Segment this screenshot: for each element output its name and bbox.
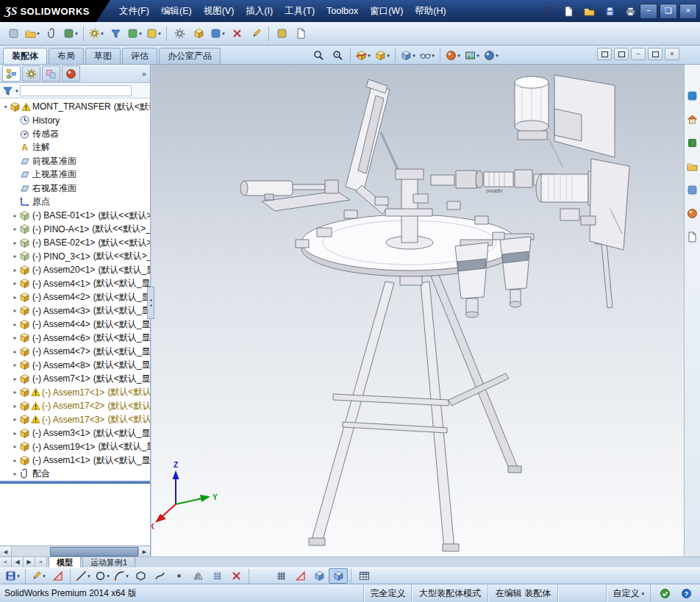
- panel-overflow-chevron[interactable]: »: [142, 69, 150, 78]
- graphics-viewport[interactable]: onado Z Y X: [151, 65, 684, 556]
- tree-item-assem4-3[interactable]: ▸(-) Assem4<3>(默认<默认_显示状态-1>): [0, 304, 150, 318]
- featuremanager-tab[interactable]: [2, 65, 21, 82]
- spline-icon[interactable]: [150, 568, 169, 584]
- tree-item-assem17-2[interactable]: ▸(-) Assem17<2>(默认<默认_显示状态-1>): [0, 399, 150, 413]
- tab-nav-button-3[interactable]: »: [35, 557, 47, 567]
- menu-file[interactable]: 文件(F): [113, 0, 155, 22]
- trim-entities-icon[interactable]: [226, 568, 246, 584]
- tree-item-assem4-7[interactable]: ▸(-) Assem4<7>(默认<默认_显示状态-1>): [0, 345, 150, 359]
- tree-split-bar[interactable]: [0, 481, 150, 484]
- expand-toggle-icon[interactable]: ▸: [11, 389, 19, 395]
- point-icon[interactable]: [169, 568, 188, 584]
- tab-nav-button-0[interactable]: «: [0, 557, 12, 567]
- selection-filter-icon[interactable]: [106, 24, 125, 43]
- tree-item-front-plane[interactable]: 前视基准面: [0, 154, 150, 168]
- dropdown-caret-icon[interactable]: ▾: [222, 31, 225, 36]
- tree-item-base-02[interactable]: ▸(-) BASE-02<1>(默认<<默认>_显示状态 1>): [0, 236, 150, 250]
- tree-item-assem4-1[interactable]: ▸(-) Assem4<1>(默认<默认_显示状态-1>): [0, 277, 150, 291]
- expand-toggle-icon[interactable]: ▸: [11, 307, 19, 314]
- mass-properties-icon[interactable]: [272, 24, 291, 43]
- tree-item-assem1-1[interactable]: ▸(-) Assem1<1>(默认<默认_显示状态-1>): [0, 454, 150, 467]
- tree-item-root[interactable]: ▾MONT_TRANSFER(默认<默认_显示状态-1>): [0, 100, 150, 114]
- doc-restore-button[interactable]: [648, 48, 662, 60]
- tree-item-pino-a[interactable]: ▸(-) PINO-A<1>(默认<<默认>_显示状态 1>): [0, 223, 150, 237]
- filter-input[interactable]: [20, 85, 132, 96]
- arc-icon[interactable]: ▾: [112, 568, 131, 584]
- tab-motion-study-1[interactable]: 运动算例1: [82, 556, 135, 567]
- dropdown-caret-icon[interactable]: ▾: [368, 53, 371, 58]
- expand-toggle-icon[interactable]: ▸: [11, 403, 19, 409]
- zoom-fit-icon[interactable]: [309, 46, 328, 65]
- filter-funnel-icon[interactable]: [2, 85, 14, 96]
- mirror-entities-icon[interactable]: [188, 568, 207, 584]
- tree-item-top-plane[interactable]: 上视基准面: [0, 168, 150, 182]
- tree-item-right-plane[interactable]: 右视基准面: [0, 182, 150, 196]
- configurationmanager-tab[interactable]: [42, 65, 60, 82]
- minimize-button[interactable]: −: [640, 4, 657, 19]
- appearance-burst-icon[interactable]: ▾: [144, 24, 163, 43]
- save-icon[interactable]: ▾: [602, 1, 621, 21]
- sketch-pencil-icon[interactable]: [246, 24, 265, 43]
- dropdown-caret-icon[interactable]: ▾: [476, 53, 479, 58]
- dropdown-caret-icon[interactable]: ▾: [387, 53, 390, 58]
- expand-toggle-icon[interactable]: ▸: [11, 443, 19, 450]
- tree-item-assem7-1[interactable]: ▸(-) Assem7<1>(默认<默认_显示状态-1>): [0, 372, 150, 386]
- expand-toggle-icon[interactable]: ▸: [11, 362, 19, 368]
- custom-properties-icon[interactable]: [685, 229, 700, 244]
- home-icon[interactable]: [685, 112, 700, 126]
- quick-save-icon[interactable]: ▾: [3, 568, 22, 584]
- design-table-icon[interactable]: [354, 568, 374, 584]
- options-gear-icon[interactable]: [170, 24, 189, 43]
- view-palette-icon[interactable]: [685, 182, 700, 197]
- tree-item-sensors[interactable]: 传感器: [0, 127, 150, 141]
- scrollbar-thumb[interactable]: [50, 547, 138, 556]
- search-icon[interactable]: [540, 1, 560, 21]
- tab-office-products[interactable]: 办公室产品: [159, 48, 221, 64]
- tree-item-base-01[interactable]: ▸(-) BASE-01<1>(默认<<默认>_显示状态 1>): [0, 209, 150, 223]
- tree-item-assem20-1[interactable]: ▸(-) Assem20<1>(默认<默认_显示状态-1>): [0, 263, 150, 277]
- shaded-view-icon[interactable]: [329, 568, 348, 584]
- assembly-cube-icon[interactable]: [189, 24, 208, 43]
- quick-tips-icon[interactable]: ?: [676, 584, 696, 602]
- featuremanager-toggle-icon[interactable]: [4, 24, 23, 43]
- dropdown-caret-icon[interactable]: ▾: [88, 573, 90, 578]
- rebuild-check-icon[interactable]: [655, 584, 674, 602]
- print-icon[interactable]: ▾: [623, 1, 642, 21]
- expand-toggle-icon[interactable]: ▸: [11, 416, 19, 423]
- appearances-icon[interactable]: [685, 206, 700, 221]
- zoom-area-icon[interactable]: [328, 46, 347, 65]
- panel-splitter-handle[interactable]: ◂◂: [147, 287, 154, 319]
- expand-toggle-icon[interactable]: ▸: [11, 457, 19, 464]
- tree-item-history[interactable]: History: [0, 114, 150, 128]
- expand-toggle-icon[interactable]: ▸: [11, 280, 19, 287]
- viewport-single-button[interactable]: [597, 48, 612, 60]
- dropdown-caret-icon[interactable]: ▾: [101, 31, 104, 36]
- view-settings-icon[interactable]: ▾: [482, 46, 501, 65]
- expand-toggle-icon[interactable]: ▸: [11, 334, 19, 341]
- expand-toggle-icon[interactable]: ▸: [11, 348, 19, 355]
- propertymanager-tab[interactable]: [22, 65, 40, 82]
- linear-pattern-icon[interactable]: [207, 568, 226, 584]
- menu-view[interactable]: 视图(V): [198, 0, 240, 22]
- tree-item-assem17-1[interactable]: ▸(-) Assem17<1>(默认<默认_显示状态-1>): [0, 386, 150, 400]
- expand-toggle-icon[interactable]: ▸: [11, 321, 19, 328]
- tree-item-mates[interactable]: ▸配合: [0, 467, 150, 481]
- tab-sketch[interactable]: 草图: [85, 48, 121, 64]
- edit-appearance-icon[interactable]: ▾: [443, 46, 463, 65]
- expand-toggle-icon[interactable]: ▸: [11, 376, 19, 382]
- dropdown-caret-icon[interactable]: ▾: [575, 9, 578, 14]
- expand-toggle-icon[interactable]: ▸: [11, 267, 19, 273]
- tree-item-assem19-1[interactable]: ▸(-) Assem19<1>(默认<默认_显示状态-1>): [0, 440, 150, 454]
- expand-toggle-icon[interactable]: ▸: [11, 470, 19, 477]
- tree-item-assem17-3[interactable]: ▸(-) Assem17<3>(默认<默认_显示状态-1>): [0, 413, 150, 427]
- dimension-standard-icon[interactable]: [290, 568, 310, 584]
- sketch-icon[interactable]: ▾: [29, 568, 48, 584]
- rebuild-icon[interactable]: ▾: [125, 24, 144, 43]
- menu-window[interactable]: 窗口(W): [364, 0, 409, 22]
- menu-insert[interactable]: 插入(I): [240, 0, 279, 22]
- menu-edit[interactable]: 编辑(E): [155, 0, 198, 22]
- tab-layout[interactable]: 布局: [49, 48, 84, 64]
- filter-caret-icon[interactable]: ▾: [15, 88, 18, 93]
- dropdown-caret-icon[interactable]: ▾: [158, 31, 161, 36]
- expand-toggle-icon[interactable]: ▸: [11, 240, 19, 246]
